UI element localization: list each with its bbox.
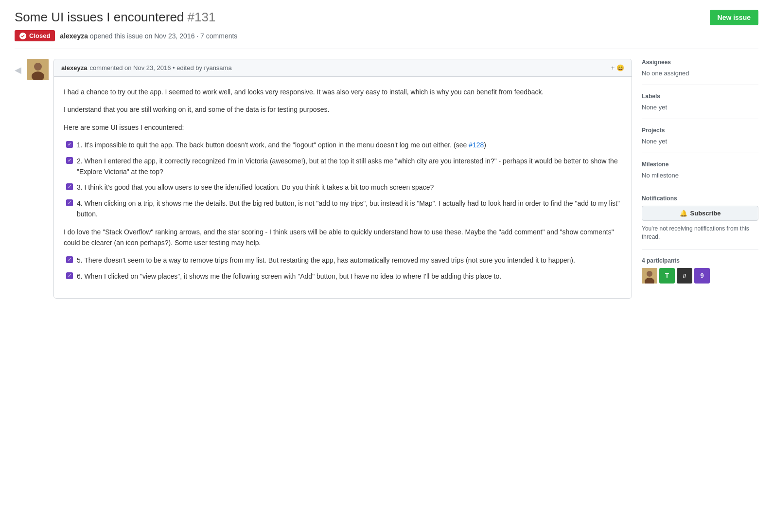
comment-header-right: + 😄 — [611, 64, 624, 71]
assignees-value: No one assigned — [642, 70, 689, 77]
main-layout: ◀ alexeyza commented on Nov 23, 2016 • e… — [15, 59, 758, 299]
list-item: 3. I think it's good that you allow user… — [64, 182, 622, 193]
list-item-text-3: 3. I think it's good that you allow user… — [77, 182, 434, 193]
page-header: Some UI issues I encountered #131 New is… — [15, 10, 758, 25]
participant-4: 9 — [694, 268, 710, 284]
closed-icon — [19, 33, 26, 39]
status-badge: Closed — [15, 30, 55, 41]
body-para-1: I had a chance to try out the app. I see… — [64, 87, 622, 97]
svg-point-4 — [647, 271, 652, 277]
new-issue-button[interactable]: New issue — [710, 10, 758, 25]
avatar-image — [27, 59, 49, 80]
subscribe-label: Subscribe — [690, 210, 721, 217]
checklist-1: 1. It's impossible to quit the app. The … — [64, 140, 622, 219]
subscribe-button[interactable]: 🔔 Subscribe — [642, 206, 758, 221]
projects-label: Projects — [642, 127, 758, 134]
sidebar-labels: Labels None yet — [642, 85, 758, 119]
participants-avatars: T // 9 — [642, 268, 758, 284]
list-item-text-2: 2. When I entered the app, it correctly … — [77, 156, 622, 177]
milestone-value: No milestone — [642, 172, 679, 179]
list-item: 1. It's impossible to quit the app. The … — [64, 140, 622, 150]
sidebar-projects: Projects None yet — [642, 119, 758, 153]
checklist-2: 5. There doesn't seem to be a way to rem… — [64, 255, 622, 282]
add-reaction-text: + 😄 — [611, 64, 624, 71]
checkbox-3[interactable] — [66, 183, 73, 190]
list-item: 5. There doesn't seem to be a way to rem… — [64, 255, 622, 266]
comment-arrow: ◀ — [15, 65, 21, 299]
list-item: 6. When I clicked on "view places", it s… — [64, 271, 622, 282]
projects-value: None yet — [642, 138, 667, 145]
comment-container: ◀ alexeyza commented on Nov 23, 2016 • e… — [15, 59, 632, 299]
meta-description: alexeyza opened this issue on Nov 23, 20… — [60, 32, 237, 40]
list-item-text-6: 6. When I clicked on "view places", it s… — [77, 271, 501, 282]
issue-number: #131 — [188, 10, 216, 24]
checkbox-6[interactable] — [66, 272, 73, 279]
comment-header-text: commented on Nov 23, 2016 • edited by ry… — [90, 64, 232, 71]
labels-value: None yet — [642, 104, 667, 111]
sidebar: Assignees No one assigned Labels None ye… — [642, 59, 758, 299]
list-item-text-4: 4. When clicking on a trip, it shows me … — [77, 198, 622, 220]
content-area: ◀ alexeyza commented on Nov 23, 2016 • e… — [15, 59, 632, 299]
list-item-text-1: 1. It's impossible to quit the app. The … — [77, 140, 486, 150]
sidebar-assignees: Assignees No one assigned — [642, 59, 758, 85]
list-item-text-5: 5. There doesn't seem to be a way to rem… — [77, 255, 575, 266]
avatar — [27, 59, 49, 80]
participant-1 — [642, 268, 657, 284]
issue-title: Some UI issues I encountered #131 — [15, 10, 215, 25]
status-text: Closed — [29, 32, 50, 39]
bell-icon: 🔔 — [680, 210, 687, 217]
participants-label: 4 participants — [642, 257, 758, 264]
title-text: Some UI issues I encountered — [15, 10, 184, 24]
notifications-label: Notifications — [642, 195, 758, 202]
checkbox-5[interactable] — [66, 256, 73, 263]
middle-paragraph: I do love the "Stack Overflow" ranking a… — [64, 227, 622, 248]
author-link[interactable]: alexeyza — [60, 32, 88, 40]
subscribe-note: You're not receiving notifications from … — [642, 225, 758, 241]
participant-3: // — [677, 268, 692, 284]
comment-header-left: alexeyza commented on Nov 23, 2016 • edi… — [61, 64, 232, 71]
assignees-label: Assignees — [642, 59, 758, 66]
checkbox-2[interactable] — [66, 157, 73, 164]
list-item: 4. When clicking on a trip, it shows me … — [64, 198, 622, 220]
sidebar-notifications: Notifications 🔔 Subscribe You're not rec… — [642, 187, 758, 249]
comment-bubble: alexeyza commented on Nov 23, 2016 • edi… — [53, 59, 632, 299]
comment-body: I had a chance to try out the app. I see… — [54, 77, 632, 298]
sidebar-participants: 4 participants T // 9 — [642, 249, 758, 291]
meta-action: opened this issue on Nov 23, 2016 · 7 co… — [90, 32, 238, 40]
issue-meta: Closed alexeyza opened this issue on Nov… — [15, 30, 758, 49]
list-item: 2. When I entered the app, it correctly … — [64, 156, 622, 177]
labels-label: Labels — [642, 93, 758, 100]
participant-2: T — [659, 268, 675, 284]
issue-128-link[interactable]: #128 — [469, 141, 484, 149]
milestone-label: Milestone — [642, 161, 758, 168]
body-para-2: I understand that you are still working … — [64, 104, 622, 115]
checkbox-1[interactable] — [66, 141, 73, 148]
comment-author-link[interactable]: alexeyza — [61, 64, 88, 71]
sidebar-milestone: Milestone No milestone — [642, 153, 758, 187]
svg-point-1 — [34, 63, 42, 71]
checkbox-4[interactable] — [66, 199, 73, 206]
comment-header: alexeyza commented on Nov 23, 2016 • edi… — [54, 59, 632, 77]
issues-header: Here are some UI issues I encountered: — [64, 122, 622, 133]
